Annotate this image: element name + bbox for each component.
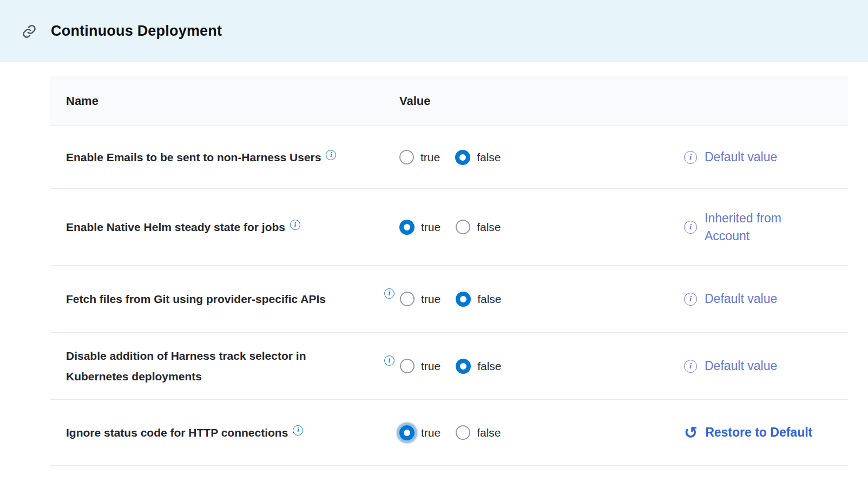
setting-name: Ignore status code for HTTP connections	[66, 423, 288, 443]
setting-name: Enable Native Helm steady state for jobs	[66, 217, 285, 238]
radio-input[interactable]	[399, 425, 415, 440]
info-icon[interactable]: i	[384, 355, 394, 366]
info-icon[interactable]: i	[684, 151, 697, 164]
radio-label[interactable]: false	[477, 360, 501, 373]
chain-link-icon[interactable]	[22, 24, 37, 39]
radio-input[interactable]	[400, 359, 415, 373]
radio-label[interactable]: false	[477, 426, 501, 439]
table-row: Ignore status code for HTTP connections …	[50, 400, 848, 466]
radio-label[interactable]: false	[477, 293, 501, 306]
radio-label[interactable]: true	[421, 426, 440, 439]
info-icon[interactable]: i	[684, 221, 697, 234]
table-row: Disable addition of Harness track select…	[50, 333, 848, 400]
info-icon[interactable]: i	[384, 288, 394, 299]
radio-label[interactable]: true	[421, 360, 440, 373]
radio-option-false[interactable]: false	[455, 150, 501, 165]
info-icon[interactable]: i	[290, 220, 300, 230]
table-row: Fetch files from Git using provider-spec…	[50, 266, 848, 333]
radio-option-false[interactable]: false	[456, 425, 501, 440]
radio-input[interactable]	[455, 150, 470, 165]
settings-table: Name Value Enable Emails to be sent to n…	[50, 76, 848, 466]
page-header: Continuous Deployment	[0, 0, 868, 62]
inherited-from-account-link[interactable]: Inherited from Account	[705, 209, 813, 245]
radio-input[interactable]	[400, 292, 415, 306]
radio-label[interactable]: true	[421, 221, 440, 234]
info-icon[interactable]: i	[684, 360, 697, 373]
radio-input[interactable]	[399, 220, 415, 235]
radio-input[interactable]	[456, 220, 470, 234]
radio-input[interactable]	[456, 425, 470, 440]
default-value-link[interactable]: Default value	[705, 290, 777, 308]
column-header-value: Value	[399, 94, 670, 108]
radio-label[interactable]: true	[420, 151, 440, 164]
radio-option-true[interactable]: true	[399, 425, 440, 440]
table-row: Enable Emails to be sent to non-Harness …	[50, 126, 848, 189]
info-icon[interactable]: i	[326, 150, 336, 160]
restore-to-default-button[interactable]: Restore to Default	[705, 424, 812, 441]
radio-option-false[interactable]: false	[456, 292, 501, 307]
radio-label[interactable]: true	[421, 293, 440, 306]
restore-icon[interactable]: ↺	[684, 426, 698, 440]
radio-option-false[interactable]: false	[456, 220, 501, 234]
setting-name: Enable Emails to be sent to non-Harness …	[66, 147, 321, 168]
radio-option-true[interactable]: true	[400, 359, 440, 373]
radio-option-false[interactable]: false	[456, 359, 501, 374]
radio-option-true[interactable]: true	[399, 220, 440, 235]
table-header: Name Value	[50, 76, 848, 126]
radio-label[interactable]: false	[477, 151, 501, 164]
page-title: Continuous Deployment	[51, 23, 222, 39]
info-icon[interactable]: i	[293, 425, 303, 436]
column-header-name: Name	[50, 94, 399, 108]
default-value-link[interactable]: Default value	[705, 357, 777, 375]
setting-name: Fetch files from Git using provider-spec…	[66, 289, 326, 309]
radio-input[interactable]	[456, 292, 471, 307]
radio-option-true[interactable]: true	[400, 292, 440, 306]
info-icon[interactable]: i	[684, 293, 697, 306]
default-value-link[interactable]: Default value	[705, 148, 777, 166]
table-row: Enable Native Helm steady state for jobs…	[50, 189, 848, 266]
radio-input[interactable]	[399, 150, 414, 164]
radio-option-true[interactable]: true	[399, 150, 440, 164]
radio-label[interactable]: false	[477, 221, 501, 234]
radio-input[interactable]	[456, 359, 471, 374]
setting-name: Disable addition of Harness track select…	[66, 346, 369, 387]
